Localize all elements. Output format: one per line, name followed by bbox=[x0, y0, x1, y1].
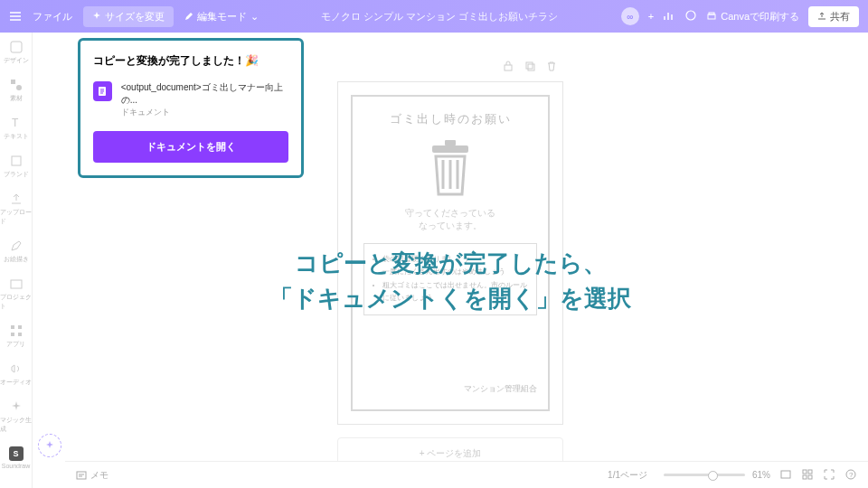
view-grid-icon[interactable] bbox=[779, 468, 792, 483]
sidebar-item-elements[interactable]: 素材 bbox=[9, 78, 24, 103]
sidebar-item-label: ブランド bbox=[4, 170, 29, 179]
sidebar-item-label: デザイン bbox=[4, 56, 29, 65]
overlay-line: 「ドキュメントくを開く」を選択 bbox=[269, 281, 631, 316]
edit-mode-label: 編集モード bbox=[197, 10, 247, 23]
svg-rect-17 bbox=[432, 145, 468, 153]
svg-rect-15 bbox=[526, 62, 533, 69]
upload-icon bbox=[817, 12, 826, 21]
doc-subtext: 守ってくださっているなっています。 bbox=[405, 207, 495, 232]
document-title[interactable]: モノクロ シンプル マンション ゴミ出しお願いチラシ bbox=[269, 10, 610, 23]
page-indicator[interactable]: 1/1ページ bbox=[608, 469, 647, 482]
sidebar-item-label: お絵描き bbox=[4, 255, 29, 264]
conversion-toast: コピーと変換が完了しました！🎉 <output_document>ゴミ出しマナー… bbox=[78, 38, 304, 178]
print-button[interactable]: Canvaで印刷する bbox=[706, 10, 799, 23]
svg-rect-20 bbox=[781, 471, 790, 478]
avatar[interactable]: ∞ bbox=[621, 7, 639, 25]
duplicate-icon[interactable] bbox=[524, 60, 536, 76]
sidebar-item-apps[interactable]: アプリ bbox=[6, 324, 25, 349]
svg-rect-7 bbox=[12, 156, 21, 165]
chevron-down-icon: ⌄ bbox=[250, 11, 259, 23]
canvas-main: コピーと変換が完了しました！🎉 <output_document>ゴミ出しマナー… bbox=[33, 33, 868, 488]
help-icon[interactable]: ? bbox=[844, 468, 857, 483]
open-document-button[interactable]: ドキュメントを開く bbox=[93, 131, 288, 163]
svg-rect-10 bbox=[18, 325, 22, 329]
document-icon bbox=[93, 81, 112, 101]
svg-rect-1 bbox=[708, 14, 715, 19]
sidebar-item-label: プロジェクト bbox=[0, 293, 32, 311]
toast-title: コピーと変換が完了しました！🎉 bbox=[93, 53, 288, 69]
file-menu[interactable]: ファイル bbox=[33, 10, 72, 23]
svg-text:T: T bbox=[12, 117, 19, 129]
sidebar-item-audio[interactable]: オーディオ bbox=[0, 361, 32, 387]
svg-rect-19 bbox=[77, 472, 86, 479]
svg-rect-21 bbox=[803, 470, 807, 474]
svg-rect-3 bbox=[11, 42, 22, 52]
toast-doc-name: <output_document>ゴミ出しマナー向上の... bbox=[121, 81, 288, 107]
zoom-value: 61% bbox=[752, 470, 770, 480]
svg-text:?: ? bbox=[849, 471, 854, 479]
hamburger-icon[interactable] bbox=[9, 10, 22, 23]
svg-rect-18 bbox=[445, 140, 456, 145]
fullscreen-icon[interactable] bbox=[823, 468, 835, 483]
svg-rect-4 bbox=[11, 80, 15, 84]
lock-icon[interactable] bbox=[502, 60, 514, 76]
view-thumbnails-icon[interactable] bbox=[801, 468, 814, 483]
svg-rect-23 bbox=[803, 475, 807, 479]
svg-rect-16 bbox=[528, 64, 534, 70]
instruction-overlay: コピーと変換が完了したら、 「ドキュメントくを開く」を選択 bbox=[269, 246, 631, 316]
sidebar-item-label: オーディオ bbox=[0, 378, 32, 387]
sparkle-icon bbox=[92, 12, 101, 21]
left-sidebar: デザイン 素材 Tテキスト ブランド アップロード お絵描き プロジェクト アプ… bbox=[0, 33, 33, 488]
sidebar-item-text[interactable]: Tテキスト bbox=[4, 116, 29, 141]
svg-point-0 bbox=[686, 11, 695, 20]
notes-label: メモ bbox=[90, 469, 108, 482]
trash-icon bbox=[423, 140, 477, 198]
add-icon[interactable]: + bbox=[648, 11, 654, 22]
svg-rect-14 bbox=[505, 65, 512, 70]
zoom-slider[interactable] bbox=[664, 474, 745, 476]
print-label: Canvaで印刷する bbox=[721, 10, 799, 23]
sidebar-item-brand[interactable]: ブランド bbox=[4, 154, 29, 179]
analytics-icon[interactable] bbox=[663, 9, 675, 23]
sidebar-item-label: アプリ bbox=[6, 340, 25, 349]
delete-icon[interactable] bbox=[545, 60, 558, 76]
svg-rect-12 bbox=[18, 333, 22, 336]
top-toolbar: ファイル サイズを変更 編集モード ⌄ モノクロ シンプル マンション ゴミ出し… bbox=[0, 0, 868, 33]
printer-icon bbox=[706, 11, 717, 22]
svg-rect-8 bbox=[11, 280, 22, 288]
sidebar-item-magic[interactable]: マジック生成 bbox=[0, 399, 32, 434]
sidebar-item-label: アップロード bbox=[0, 208, 32, 226]
help-fab[interactable] bbox=[38, 434, 61, 457]
svg-rect-9 bbox=[11, 325, 14, 329]
sidebar-item-label: 素材 bbox=[10, 94, 23, 103]
comment-icon[interactable] bbox=[684, 9, 697, 23]
bottom-bar: メモ 1/1ページ 61% ? bbox=[65, 461, 868, 488]
sidebar-item-projects[interactable]: プロジェクト bbox=[0, 277, 32, 311]
sidebar-item-draw[interactable]: お絵描き bbox=[4, 239, 29, 264]
doc-footer: マンション管理組合 bbox=[363, 383, 537, 395]
sidebar-item-design[interactable]: デザイン bbox=[4, 40, 29, 65]
svg-rect-24 bbox=[808, 475, 812, 479]
svg-rect-2 bbox=[709, 13, 714, 14]
sidebar-item-upload[interactable]: アップロード bbox=[0, 192, 32, 226]
sidebar-item-soundraw[interactable]: SSoundraw bbox=[2, 446, 31, 469]
sidebar-item-label: テキスト bbox=[4, 132, 29, 141]
svg-rect-22 bbox=[808, 470, 812, 474]
sidebar-item-label: マジック生成 bbox=[0, 416, 32, 434]
pencil-icon bbox=[184, 12, 193, 21]
share-label: 共有 bbox=[830, 10, 850, 23]
notes-button[interactable]: メモ bbox=[76, 469, 108, 482]
svg-point-5 bbox=[16, 85, 22, 90]
notes-icon bbox=[76, 470, 87, 481]
share-button[interactable]: 共有 bbox=[808, 6, 859, 27]
resize-label: サイズを変更 bbox=[105, 10, 165, 23]
edit-mode-menu[interactable]: 編集モード ⌄ bbox=[184, 10, 259, 23]
resize-button[interactable]: サイズを変更 bbox=[83, 6, 174, 27]
toast-doc-type: ドキュメント bbox=[121, 107, 288, 118]
doc-heading: ゴミ出し時のお願い bbox=[390, 111, 512, 127]
svg-rect-11 bbox=[11, 333, 14, 336]
sidebar-item-label: Soundraw bbox=[2, 463, 31, 469]
overlay-line: コピーと変換が完了したら、 bbox=[269, 246, 631, 281]
canvas-tools bbox=[502, 60, 563, 76]
